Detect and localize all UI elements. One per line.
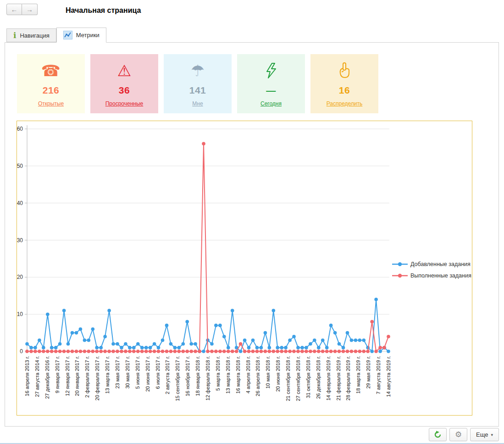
metric-cards: ☎ 216 Открытые ⚠ 36 Просроченные ☂ 141 М… — [17, 54, 378, 113]
x-axis-labels: 16 апреля 2013 г.27 августа 2014 г.27 де… — [24, 356, 391, 401]
tab-metrics-label: Метрики — [76, 32, 100, 39]
svg-text:16 ноября 2017 г.: 16 ноября 2017 г. — [185, 356, 190, 396]
svg-text:16 апреля 2013 г.: 16 апреля 2013 г. — [24, 356, 30, 396]
umbrella-icon: ☂ — [191, 61, 205, 80]
refresh-button[interactable] — [429, 428, 447, 441]
svg-text:31 октября 2018 г.: 31 октября 2018 г. — [305, 356, 311, 398]
svg-text:20 июня 2018 г.: 20 июня 2018 г. — [275, 356, 281, 392]
svg-text:10 мая 2018 г.: 10 мая 2018 г. — [265, 356, 271, 388]
svg-text:29 мая 2019 г.: 29 мая 2019 г. — [366, 356, 371, 388]
svg-text:20 января 2017 г.: 20 января 2017 г. — [74, 356, 80, 396]
footer-toolbar: ⚙ Еще ▾ — [429, 428, 499, 441]
svg-text:14 августа 2019 г.: 14 августа 2019 г. — [386, 356, 391, 397]
tasks-chart-frame: 010203040506016 апреля 2013 г.27 августа… — [17, 121, 472, 416]
svg-text:5 марта 2018 г.: 5 марта 2018 г. — [215, 356, 221, 391]
svg-text:30: 30 — [17, 237, 23, 244]
chevron-down-icon: ▾ — [491, 433, 493, 437]
svg-text:13 марта 2018 г.: 13 марта 2018 г. — [225, 356, 231, 394]
card-my-tasks: ☂ 141 Мне — [164, 54, 232, 113]
today-tasks-link[interactable]: Сегодня — [260, 100, 282, 107]
open-tasks-link[interactable]: Открытые — [38, 100, 64, 107]
my-tasks-count: 141 — [189, 85, 206, 96]
card-open-tasks: ☎ 216 Открытые — [17, 54, 85, 113]
tab-navigation[interactable]: i Навигация — [6, 28, 56, 42]
assign-tasks-count: 16 — [339, 85, 350, 96]
svg-text:Выполненные задания: Выполненные задания — [410, 272, 471, 279]
line-chart-icon — [63, 31, 72, 39]
tasks-line-chart: 010203040506016 апреля 2013 г.27 августа… — [17, 121, 472, 415]
svg-text:18 января 2018 г.: 18 января 2018 г. — [195, 356, 200, 396]
svg-text:15 сентября 2017 г.: 15 сентября 2017 г. — [175, 356, 180, 401]
overdue-tasks-link[interactable]: Просроченные — [105, 100, 144, 107]
svg-text:26 декабря 2018 г.: 26 декабря 2018 г. — [316, 356, 321, 399]
svg-text:50: 50 — [17, 163, 23, 169]
y-axis-labels: 0102030405060 — [17, 126, 23, 355]
svg-text:27 августа 2014 г.: 27 августа 2014 г. — [34, 356, 40, 397]
warning-icon: ⚠ — [117, 61, 131, 80]
assign-tasks-link[interactable]: Распределить — [327, 100, 363, 107]
svg-text:12 февраля 2018 г.: 12 февраля 2018 г. — [205, 356, 210, 400]
pointing-hand-icon — [338, 61, 351, 80]
svg-text:20 июня 2017 г.: 20 июня 2017 г. — [145, 356, 150, 392]
card-overdue-tasks: ⚠ 36 Просроченные — [90, 54, 158, 113]
today-tasks-count: — — [266, 85, 276, 96]
lightning-icon — [264, 61, 278, 80]
svg-text:30 мая 2017 г.: 30 мая 2017 г. — [125, 356, 130, 388]
history-nav: ← → — [6, 4, 38, 15]
svg-text:6 июля 2017 г.: 6 июля 2017 г. — [155, 356, 161, 389]
tab-navigation-label: Навигация — [20, 32, 49, 39]
back-button[interactable]: ← — [6, 4, 22, 15]
svg-text:14 февраля 2019 г.: 14 февраля 2019 г. — [326, 356, 331, 400]
gear-icon: ⚙ — [455, 430, 462, 439]
svg-text:5 июня 2017 г.: 5 июня 2017 г. — [135, 356, 140, 389]
my-tasks-link[interactable]: Мне — [192, 100, 203, 107]
svg-text:10: 10 — [17, 311, 23, 317]
tab-metrics[interactable]: Метрики — [56, 28, 106, 43]
more-button-label: Еще — [476, 431, 488, 438]
svg-text:2 февраля 2017 г.: 2 февраля 2017 г. — [84, 356, 90, 398]
svg-text:27 сентября 2018 г.: 27 сентября 2018 г. — [295, 356, 301, 401]
svg-text:13 марта 2017 г.: 13 марта 2017 г. — [105, 356, 110, 394]
svg-text:0: 0 — [20, 348, 23, 355]
svg-text:23 мая 2017 г.: 23 мая 2017 г. — [115, 356, 120, 388]
overdue-tasks-count: 36 — [119, 85, 130, 96]
svg-text:20 февраля 2017 г.: 20 февраля 2017 г. — [94, 356, 100, 400]
forward-button[interactable]: → — [22, 4, 38, 15]
refresh-icon — [434, 431, 442, 438]
svg-text:9 января 2017 г.: 9 января 2017 г. — [55, 356, 60, 393]
svg-text:28 февраля 2019 г.: 28 февраля 2019 г. — [345, 356, 351, 400]
card-today-tasks: — Сегодня — [237, 54, 305, 113]
series-done — [25, 142, 390, 353]
svg-text:7 августа 2019 г.: 7 августа 2019 г. — [376, 356, 381, 394]
chart-legend: Добавленные заданияВыполненные задания — [392, 261, 471, 279]
svg-text:40: 40 — [17, 200, 23, 206]
phone-icon: ☎ — [41, 61, 61, 80]
svg-text:16 марта 2018 г.: 16 марта 2018 г. — [235, 356, 241, 394]
svg-text:Добавленные задания: Добавленные задания — [410, 261, 471, 267]
svg-text:21 февраля 2019 г.: 21 февраля 2019 г. — [336, 356, 341, 400]
svg-text:26 апреля 2018 г.: 26 апреля 2018 г. — [255, 356, 260, 396]
svg-text:2 августа 2017 г.: 2 августа 2017 г. — [165, 356, 170, 394]
svg-text:20: 20 — [17, 274, 23, 280]
open-tasks-count: 216 — [43, 85, 60, 96]
svg-text:27 декабря 2016 г.: 27 декабря 2016 г. — [44, 356, 50, 399]
info-icon: i — [13, 31, 16, 40]
tab-bar: i Навигация Метрики — [6, 28, 106, 43]
card-assign-tasks: 16 Распределить — [310, 54, 378, 113]
svg-text:60: 60 — [17, 126, 23, 132]
svg-text:18 марта 2019 г.: 18 марта 2019 г. — [355, 356, 361, 394]
page-title: Начальная страница — [66, 6, 141, 15]
svg-text:12 января 2017 г.: 12 января 2017 г. — [65, 356, 70, 396]
metrics-panel: ☎ 216 Открытые ⚠ 36 Просроченные ☂ 141 М… — [5, 42, 499, 427]
svg-text:4 апреля 2018 г.: 4 апреля 2018 г. — [245, 356, 251, 394]
settings-button[interactable]: ⚙ — [449, 428, 467, 441]
more-button[interactable]: Еще ▾ — [470, 428, 499, 441]
svg-text:21 сентября 2018 г.: 21 сентября 2018 г. — [285, 356, 291, 401]
